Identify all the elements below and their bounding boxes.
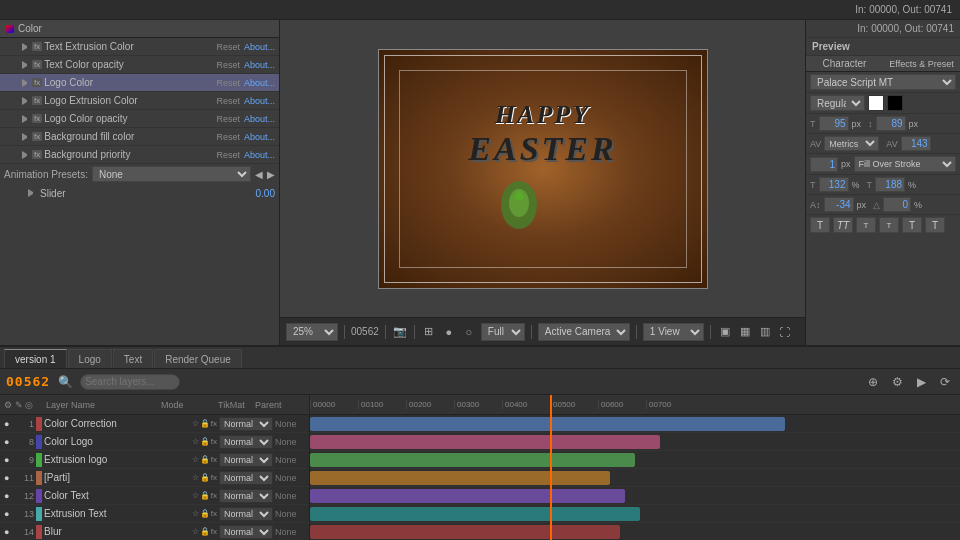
camera-select[interactable]: Active Camera xyxy=(538,323,630,341)
prop-triangle-background-fill-color[interactable] xyxy=(22,133,30,141)
stroke-size-field[interactable] xyxy=(810,157,838,172)
layer-eye-0[interactable]: ● xyxy=(4,419,14,429)
baseline-field[interactable] xyxy=(824,197,854,212)
prop-reset-text-color-opacity[interactable]: Reset xyxy=(214,60,242,70)
anim-prev-btn[interactable]: ◀ xyxy=(255,169,263,180)
camera-icon[interactable]: 📷 xyxy=(392,324,408,340)
color-section-header[interactable]: Color xyxy=(0,20,279,38)
layer-mode-select-4[interactable]: Normal xyxy=(219,489,273,503)
prop-triangle-logo-color-opacity[interactable] xyxy=(22,115,30,123)
tab-character[interactable]: Character xyxy=(806,56,883,71)
layer-mode-select-2[interactable]: Normal xyxy=(219,453,273,467)
prop-triangle-logo-color[interactable] xyxy=(22,79,30,87)
layer-fx-3[interactable]: fx xyxy=(211,473,217,482)
layer-mode-select-0[interactable]: Normal xyxy=(219,417,273,431)
prop-about-text-extrusion-color[interactable]: About... xyxy=(244,42,275,52)
property-row-logo-extrusion-color[interactable]: fx Logo Extrusion Color Reset About... xyxy=(0,92,279,110)
layer-fx-0[interactable]: fx xyxy=(211,419,217,428)
layer-eye-5[interactable]: ● xyxy=(4,509,14,519)
timecode-label[interactable]: 00562 xyxy=(351,326,379,337)
track-bar-5[interactable] xyxy=(310,507,640,521)
layer-mode-select-6[interactable]: Normal xyxy=(219,525,273,539)
layer-search-input[interactable] xyxy=(80,374,180,390)
layer-lock-4[interactable]: 🔒 xyxy=(200,491,210,500)
track-bar-0[interactable] xyxy=(310,417,785,431)
property-row-logo-color-opacity[interactable]: fx Logo Color opacity Reset About... xyxy=(0,110,279,128)
layer-fx-5[interactable]: fx xyxy=(211,509,217,518)
btn-superscript[interactable]: T xyxy=(902,217,922,233)
view-select[interactable]: 1 View 2 Views xyxy=(643,323,704,341)
layer-lock-1[interactable]: 🔒 xyxy=(200,437,210,446)
btn-faux-bold[interactable]: T xyxy=(810,217,830,233)
color-icon-ctrl[interactable]: ● xyxy=(441,324,457,340)
layer-eye-2[interactable]: ● xyxy=(4,455,14,465)
track-bar-6[interactable] xyxy=(310,525,620,539)
prop-triangle-text-extrusion-color[interactable] xyxy=(22,43,30,51)
playhead[interactable] xyxy=(550,395,552,540)
layer-eye-6[interactable]: ● xyxy=(4,527,14,537)
prop-about-text-color-opacity[interactable]: About... xyxy=(244,60,275,70)
layer-solo-3[interactable]: ☆ xyxy=(192,473,199,482)
layer-row-1[interactable]: ● 8 Color Logo ☆ 🔒 fx Normal None xyxy=(0,433,309,451)
property-row-background-priority[interactable]: fx Background priority Reset About... xyxy=(0,146,279,164)
layer-mode-select-3[interactable]: Normal xyxy=(219,471,273,485)
font-height-field[interactable] xyxy=(876,116,906,131)
prop-triangle-text-color-opacity[interactable] xyxy=(22,61,30,69)
quality-select[interactable]: Full Half xyxy=(481,323,525,341)
prop-reset-background-fill-color[interactable]: Reset xyxy=(214,132,242,142)
font-select[interactable]: Palace Script MT xyxy=(810,74,956,90)
btn-all-caps[interactable]: T xyxy=(856,217,876,233)
track-bar-3[interactable] xyxy=(310,471,610,485)
prop-about-logo-color-opacity[interactable]: About... xyxy=(244,114,275,124)
layer-lock-0[interactable]: 🔒 xyxy=(200,419,210,428)
prop-about-logo-extrusion-color[interactable]: About... xyxy=(244,96,275,106)
layer-row-2[interactable]: ● 9 Extrusion logo ☆ 🔒 fx Normal None xyxy=(0,451,309,469)
tsume-field[interactable] xyxy=(883,197,911,212)
track-bar-2[interactable] xyxy=(310,453,635,467)
layer-solo-5[interactable]: ☆ xyxy=(192,509,199,518)
layer-row-5[interactable]: ● 13 Extrusion Text ☆ 🔒 fx Normal None xyxy=(0,505,309,523)
layer-solo-4[interactable]: ☆ xyxy=(192,491,199,500)
layer-solo-0[interactable]: ☆ xyxy=(192,419,199,428)
play-icon[interactable]: ▶ xyxy=(912,373,930,391)
layer-solo-2[interactable]: ☆ xyxy=(192,455,199,464)
btn-faux-italic[interactable]: TT xyxy=(833,217,853,233)
layer-mode-select-1[interactable]: Normal xyxy=(219,435,273,449)
settings-icon[interactable]: ⚙ xyxy=(888,373,906,391)
tab-text[interactable]: Text xyxy=(113,349,153,368)
track-bar-4[interactable] xyxy=(310,489,625,503)
prop-reset-logo-color-opacity[interactable]: Reset xyxy=(214,114,242,124)
track-bar-1[interactable] xyxy=(310,435,660,449)
layer-lock-3[interactable]: 🔒 xyxy=(200,473,210,482)
zoom-select[interactable]: 25% 50% 100% xyxy=(286,323,338,341)
layer-solo-1[interactable]: ☆ xyxy=(192,437,199,446)
prop-triangle-logo-extrusion-color[interactable] xyxy=(22,97,30,105)
layout-icon2[interactable]: ▦ xyxy=(737,324,753,340)
layer-lock-2[interactable]: 🔒 xyxy=(200,455,210,464)
layer-lock-5[interactable]: 🔒 xyxy=(200,509,210,518)
scale-h-field[interactable] xyxy=(819,177,849,192)
magnifier-icon[interactable]: 🔍 xyxy=(56,373,74,391)
prop-about-background-priority[interactable]: About... xyxy=(244,150,275,160)
tab-version1[interactable]: version 1 xyxy=(4,349,67,368)
layer-mode-select-5[interactable]: Normal xyxy=(219,507,273,521)
prop-reset-background-priority[interactable]: Reset xyxy=(214,150,242,160)
layer-fx-4[interactable]: fx xyxy=(211,491,217,500)
layer-eye-3[interactable]: ● xyxy=(4,473,14,483)
layer-solo-6[interactable]: ☆ xyxy=(192,527,199,536)
metrics-select[interactable]: Metrics Optical xyxy=(824,136,879,151)
prop-reset-logo-color[interactable]: Reset xyxy=(214,78,242,88)
layer-row-6[interactable]: ● 14 Blur ☆ 🔒 fx Normal None xyxy=(0,523,309,540)
style-select[interactable]: Regular Bold Italic xyxy=(810,95,865,111)
layer-lock-6[interactable]: 🔒 xyxy=(200,527,210,536)
layer-row-0[interactable]: ● 1 Color Correction ☆ 🔒 fx Normal None xyxy=(0,415,309,433)
layout-icon1[interactable]: ▣ xyxy=(717,324,733,340)
layer-fx-6[interactable]: fx xyxy=(211,527,217,536)
btn-small-caps[interactable]: T xyxy=(879,217,899,233)
prop-reset-logo-extrusion-color[interactable]: Reset xyxy=(214,96,242,106)
slider-triangle[interactable] xyxy=(28,189,36,197)
anim-next-btn[interactable]: ▶ xyxy=(267,169,275,180)
font-color-swatch2[interactable] xyxy=(887,95,903,111)
loop-icon[interactable]: ⟳ xyxy=(936,373,954,391)
btn-subscript[interactable]: T xyxy=(925,217,945,233)
